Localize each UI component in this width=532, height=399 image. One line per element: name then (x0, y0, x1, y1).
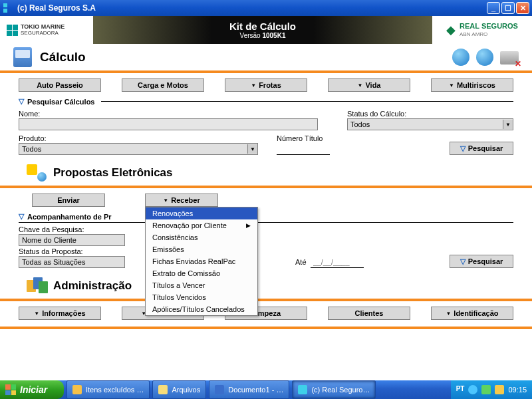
chevron-down-icon: ▼ (446, 311, 451, 317)
kit-ver-value: 1005K1 (262, 32, 285, 39)
funnel-icon: ▽ (460, 257, 466, 266)
enviar-button[interactable]: Enviar (32, 194, 105, 207)
admin-heading: Administração (53, 279, 132, 293)
tray-icon[interactable] (468, 385, 477, 394)
brand-tokio-sub: SEGURADORA (21, 30, 59, 36)
window-close-button[interactable]: ✕ (516, 2, 529, 14)
funnel-icon: ▽ (19, 97, 24, 106)
menu-emissoes[interactable]: Emissões (146, 243, 257, 255)
separator (0, 327, 532, 329)
menu-renovacao-cliente[interactable]: Renovação por Cliente▶ (146, 219, 257, 231)
globe-cursor-icon[interactable] (452, 49, 469, 66)
task-word[interactable]: Documento1 - … (209, 380, 289, 399)
start-button[interactable]: Iniciar (0, 380, 64, 399)
search-section-label: Pesquisar Cálculos (27, 98, 95, 106)
status-label: Status do Cálculo: (347, 110, 513, 118)
chevron-down-icon: ▼ (251, 82, 256, 88)
brand-real: ◆ REAL SEGUROS ABN AMRO (432, 16, 532, 44)
numero-titulo-input[interactable] (277, 143, 330, 155)
acomp-section-label: Acompanhamento de Pr (27, 213, 112, 221)
brand-tokio: TOKIO MARINE SEGURADORA (0, 16, 93, 44)
menu-extrato-comissao[interactable]: Extrato de Comissão (146, 267, 257, 279)
task-outlook[interactable]: Itens excluídos … (66, 380, 150, 399)
folder-icon (158, 385, 168, 394)
page-title: Cálculo (40, 50, 86, 65)
window-titlebar: (c) Real Seguros S.A _ ☐ ✕ (0, 0, 532, 16)
status-proposta-label: Status da Proposta: (19, 247, 125, 255)
taskbar: Iniciar Itens excluídos … Arquivos Docum… (0, 380, 532, 399)
admin-icon (27, 277, 47, 295)
menu-renovacoes[interactable]: Renovações (146, 207, 257, 219)
shield-icon: ◆ (446, 23, 456, 37)
outlook-icon (72, 385, 82, 394)
tray-icon[interactable] (495, 385, 504, 394)
tokio-logo-icon (7, 25, 18, 36)
tray-icon[interactable] (481, 385, 491, 394)
brand-real-sub: ABN AMRO (460, 31, 487, 37)
identificacao-button[interactable]: ▼Identificação (431, 307, 513, 320)
chevron-down-icon: ▼ (358, 82, 363, 88)
window-minimize-button[interactable]: _ (487, 2, 500, 14)
windows-flag-icon (5, 384, 16, 395)
chevron-down-icon: ▼ (449, 82, 454, 88)
window-title: (c) Real Seguros S.A (17, 3, 487, 13)
brand-header: TOKIO MARINE SEGURADORA Kit de Cálculo V… (0, 16, 532, 44)
status-select[interactable]: Todos ▼ (347, 118, 513, 130)
funnel-icon: ▽ (460, 144, 466, 153)
chevron-right-icon: ▶ (246, 222, 251, 229)
nome-input[interactable] (19, 118, 318, 130)
language-indicator[interactable]: PT (456, 385, 465, 394)
brand-real-name: REAL SEGUROS (460, 22, 518, 30)
informacoes-button[interactable]: ▼Informações (19, 307, 101, 320)
menu-apolices-cancelados[interactable]: Apólices/Títulos Cancelados (146, 303, 257, 315)
menu-titulos-vencer[interactable]: Títulos a Vencer (146, 279, 257, 291)
task-folder[interactable]: Arquivos (152, 380, 206, 399)
clientes-button[interactable]: Clientes (328, 307, 410, 320)
app-icon (3, 3, 13, 13)
separator (0, 70, 532, 73)
multiriscos-button[interactable]: ▼Multiriscos (431, 78, 513, 92)
carga-motos-button[interactable]: Carga e Motos (122, 78, 204, 92)
kit-ver-label: Versão (240, 32, 261, 39)
produto-label: Produto: (19, 134, 258, 142)
globe-icon[interactable] (476, 49, 493, 66)
task-app[interactable]: (c) Real Seguro… (292, 380, 376, 399)
taskbar-clock: 09:15 (508, 386, 527, 394)
separator (0, 299, 532, 301)
menu-titulos-vencidos[interactable]: Títulos Vencidos (146, 291, 257, 303)
receber-menu: Renovações Renovação por Cliente▶ Consis… (145, 207, 258, 316)
receber-button[interactable]: ▼Receber (145, 194, 218, 207)
app-task-icon (298, 385, 307, 394)
chave-select[interactable]: Nome do Cliente (19, 234, 125, 246)
separator (0, 186, 532, 188)
kit-title: Kit de Cálculo (229, 21, 296, 32)
propostas-heading: Propostas Eletrônicas (53, 166, 173, 180)
vida-button[interactable]: ▼Vida (328, 78, 410, 92)
status-proposta-select[interactable]: Todas as Situações (19, 256, 125, 268)
server-offline-icon[interactable] (500, 51, 519, 65)
chevron-down-icon: ▼ (163, 198, 168, 203)
word-icon (215, 385, 224, 394)
brand-tokio-name: TOKIO MARINE (21, 23, 65, 30)
numero-titulo-label: Número Título (277, 134, 330, 142)
menu-consistencias[interactable]: Consistências (146, 231, 257, 243)
produto-select[interactable]: Todos ▼ (19, 143, 258, 155)
ate-date-input[interactable] (311, 256, 364, 268)
window-maximize-button[interactable]: ☐ (501, 2, 515, 14)
calculator-icon (13, 47, 32, 67)
propostas-icon (27, 164, 47, 182)
chevron-down-icon: ▼ (34, 311, 39, 317)
pesquisar-button[interactable]: ▽ Pesquisar (450, 255, 513, 268)
menu-fichas-realpac[interactable]: Fichas Enviadas RealPac (146, 255, 257, 267)
nome-label: Nome: (19, 110, 318, 118)
chave-label: Chave da Pesquisa: (19, 225, 125, 233)
auto-passeio-button[interactable]: Auto Passeio (19, 78, 101, 92)
funnel-icon: ▽ (19, 212, 24, 221)
pesquisar-button[interactable]: ▽ Pesquisar (450, 142, 513, 155)
brand-kit: Kit de Cálculo Versão 1005K1 (93, 16, 432, 44)
chevron-down-icon: ▼ (247, 144, 257, 154)
chevron-down-icon: ▼ (503, 120, 513, 129)
system-tray: PT 09:15 (451, 380, 532, 399)
frotas-button[interactable]: ▼Frotas (225, 78, 307, 92)
ate-label: Até (295, 258, 307, 266)
